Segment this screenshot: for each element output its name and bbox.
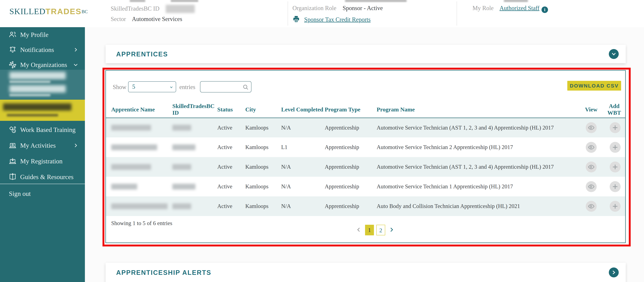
org-info-column: SkilledTradesBC ID Sector Automotive Ser… — [111, 0, 287, 27]
skilledtradesbc-logo[interactable]: SKILLEDTRADESBC — [10, 7, 88, 16]
organization-subitem-selected-redacted[interactable] — [0, 100, 85, 121]
apprentice-name-redacted — [106, 137, 172, 157]
sidebar-item-label: Sign out — [9, 186, 31, 201]
sidebar-item-label: My Profile — [20, 27, 48, 42]
program-type-cell: Apprenticeship — [325, 196, 377, 216]
add-wbt-button[interactable] — [610, 161, 620, 172]
program-name-cell: Automotive Service Technician (AST 1, 2,… — [377, 118, 578, 137]
apprentice-name-redacted — [106, 118, 172, 137]
apprentice-id-redacted — [172, 177, 217, 196]
level-cell: N/A — [281, 157, 325, 177]
apprenticeship-alerts-title: APPRENTICESHIP ALERTS — [116, 269, 211, 276]
program-type-cell: Apprenticeship — [325, 177, 377, 196]
sidebar-item-my-profile[interactable]: My Profile — [0, 27, 85, 42]
open-book-icon — [8, 173, 17, 181]
apprentice-id-redacted — [172, 137, 217, 157]
apprentice-id-redacted — [172, 196, 217, 216]
chevron-down-icon — [611, 51, 616, 57]
program-name-cell: Auto Body and Collision Technician Appre… — [377, 196, 578, 216]
expand-alerts-button[interactable] — [609, 267, 619, 277]
level-cell: L1 — [281, 137, 325, 157]
apprenticeship-alerts-section: APPRENTICESHIP ALERTS — [106, 263, 626, 282]
logo-skilled: SKILLED — [10, 7, 46, 16]
level-cell: N/A — [281, 118, 325, 137]
apprentice-name-redacted — [106, 177, 172, 196]
org-id-value-redacted — [166, 5, 195, 13]
sector-label: Sector — [111, 16, 126, 22]
level-cell: N/A — [281, 196, 325, 216]
sidebar-item-label: My Registration — [20, 154, 62, 169]
apprentices-section-header: APPRENTICES — [106, 45, 626, 63]
add-wbt-button[interactable] — [610, 122, 620, 133]
sidebar-item-label: Work Based Training — [20, 122, 76, 137]
apprentices-title: APPRENTICES — [116, 51, 168, 58]
status-cell: Active — [217, 177, 245, 196]
view-apprentice-button[interactable] — [586, 161, 597, 172]
eye-icon — [588, 203, 595, 210]
chevron-right-icon — [611, 270, 616, 275]
sidebar-item-guides-resources[interactable]: Guides & Resources — [0, 169, 85, 184]
chevron-right-icon — [73, 47, 78, 53]
col-program-name[interactable]: Program Name — [377, 101, 578, 118]
apprentice-name-redacted — [106, 196, 172, 216]
sidebar-item-work-based-training[interactable]: Work Based Training — [0, 122, 85, 137]
show-label: Show — [113, 84, 126, 91]
sidebar-item-my-registration[interactable]: My Registration — [0, 154, 85, 169]
sidebar-item-label: Guides & Resources — [20, 169, 74, 184]
city-cell: Kamloops — [245, 177, 281, 196]
chevron-left-icon — [356, 227, 362, 233]
add-wbt-button[interactable] — [610, 142, 620, 153]
status-cell: Active — [217, 157, 245, 177]
eye-icon — [588, 164, 595, 170]
col-program-type[interactable]: Program Type — [325, 101, 377, 118]
plus-icon — [612, 144, 618, 151]
sponsor-tax-credit-reports-link[interactable]: Sponsor Tax Credit Reports — [304, 16, 371, 23]
add-wbt-button[interactable] — [610, 181, 620, 192]
chevron-down-icon — [73, 62, 78, 68]
plus-icon — [612, 164, 618, 170]
previous-page-button[interactable] — [356, 227, 362, 233]
program-type-cell: Apprenticeship — [325, 157, 377, 177]
status-cell: Active — [217, 137, 245, 157]
next-page-button[interactable] — [388, 227, 394, 233]
program-type-cell: Apprenticeship — [325, 118, 377, 137]
collapse-apprentices-button[interactable] — [609, 49, 619, 59]
sidebar-item-notifications[interactable]: Notifications — [0, 42, 85, 57]
city-cell: Kamloops — [245, 118, 281, 137]
city-cell: Kamloops — [245, 196, 281, 216]
col-status[interactable]: Status — [217, 101, 245, 118]
col-apprentice-name[interactable]: Apprentice Name — [106, 101, 172, 118]
col-add-wbt: Add WBT — [605, 101, 625, 118]
download-csv-button[interactable]: DOWNLOAD CSV — [567, 81, 621, 91]
chevron-right-icon — [73, 143, 78, 148]
view-apprentice-button[interactable] — [586, 142, 597, 153]
authorized-staff-link[interactable]: Authorized Staff — [500, 5, 540, 12]
program-name-cell: Automotive Service Technician (AST 1, 2,… — [377, 157, 578, 177]
profile-people-icon — [8, 31, 17, 39]
info-icon[interactable]: i — [542, 7, 548, 13]
page-size-select[interactable]: 5 — [128, 81, 176, 92]
page-1-button[interactable]: 1 — [365, 225, 374, 235]
view-apprentice-button[interactable] — [586, 181, 597, 192]
table-row: Active Kamloops N/A Apprenticeship Auto … — [106, 196, 625, 216]
view-apprentice-button[interactable] — [586, 122, 597, 133]
sidebar-item-label: My Activities — [20, 138, 56, 153]
sidebar-item-sign-out[interactable]: Sign out — [0, 186, 85, 201]
table-search — [200, 81, 252, 93]
org-id-label: SkilledTradesBC ID — [111, 5, 160, 12]
col-skilledtradesbc-id[interactable]: SkilledTradesBC ID — [172, 101, 217, 118]
org-role-column: Organization Role Sponsor - Active Spons… — [292, 0, 456, 27]
eye-icon — [588, 124, 595, 131]
search-input[interactable] — [203, 82, 242, 91]
page-2-button[interactable]: 2 — [376, 225, 385, 235]
status-cell: Active — [217, 118, 245, 137]
sidebar-item-label: Notifications — [20, 42, 54, 57]
col-level-completed[interactable]: Level Completed — [281, 101, 325, 118]
program-name-cell: Automotive Service Technician 2 Apprenti… — [377, 137, 578, 157]
col-city[interactable]: City — [245, 101, 281, 118]
sidebar-item-my-activities[interactable]: My Activities — [0, 138, 85, 153]
add-wbt-button[interactable] — [610, 201, 620, 212]
org-role-value: Sponsor - Active — [343, 5, 383, 12]
page-header: SKILLEDTRADESBC SkilledTradesBC ID Secto… — [0, 0, 644, 27]
view-apprentice-button[interactable] — [586, 201, 597, 212]
